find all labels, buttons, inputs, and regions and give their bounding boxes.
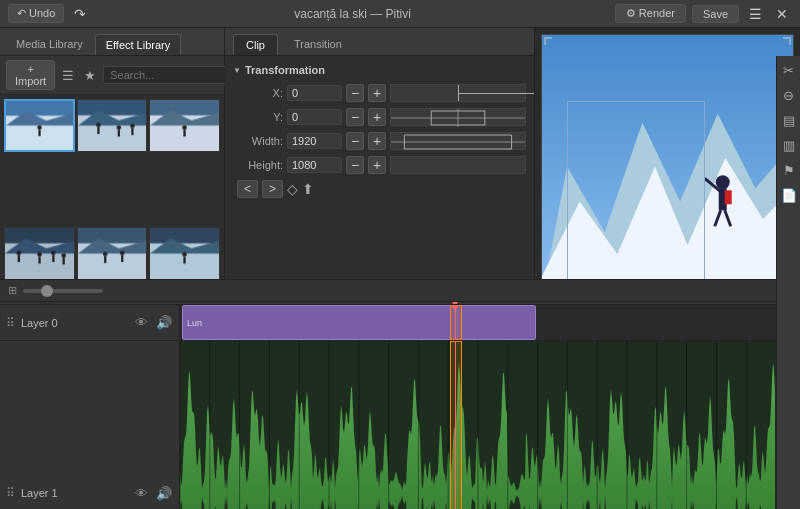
playhead-audio — [455, 341, 456, 509]
track-visibility-button[interactable]: 👁 — [134, 485, 149, 502]
tracks: ⠿ Layer 0 👁 🔊 Lun — [0, 305, 776, 509]
next-keyframe-button[interactable]: > — [262, 180, 283, 198]
tab-transition[interactable]: Transition — [282, 34, 354, 55]
height-graph — [390, 156, 526, 174]
prop-row-height: Height: − + — [233, 156, 526, 174]
track-layer1: ⠿ Layer 1 👁 🔊 — [0, 341, 776, 509]
file-tool[interactable]: 📄 — [778, 185, 800, 206]
flag-tool[interactable]: ⚑ — [778, 160, 800, 181]
media-thumb[interactable] — [4, 227, 75, 280]
track-mute-button[interactable]: 🔊 — [155, 314, 173, 331]
y-plus-button[interactable]: + — [368, 108, 386, 126]
media-thumb[interactable] — [77, 227, 148, 280]
library-toolbar: + Import ☰ ★ ✕ — [0, 56, 224, 95]
width-plus-button[interactable]: + — [368, 132, 386, 150]
media-thumb[interactable] — [149, 99, 220, 152]
width-graph — [390, 132, 526, 150]
close-button[interactable]: ✕ — [772, 4, 792, 24]
width-minus-button[interactable]: − — [346, 132, 364, 150]
height-label: Height: — [233, 159, 283, 171]
height-minus-button[interactable]: − — [346, 156, 364, 174]
zoom-bar: ⊞ — [0, 280, 776, 302]
bottom-area: ⊞ 05:50 06:00 06:10 06:20 06:30 06:40 06… — [0, 279, 776, 509]
keyframe-add-icon[interactable]: ◇ — [287, 181, 298, 197]
tab-effect-library[interactable]: Effect Library — [95, 34, 182, 55]
prop-row-x: X: − + — [233, 84, 526, 102]
main-content: Media Library Effect Library + Import ☰ … — [0, 28, 800, 509]
zoom-thumb — [41, 285, 53, 297]
track-header-layer0: ⠿ Layer 0 👁 🔊 — [0, 305, 180, 340]
x-plus-button[interactable]: + — [368, 84, 386, 102]
right-toolbar: ✂ ⊖ ▤ ▥ ⚑ 📄 — [776, 56, 800, 509]
clip-label: Lun — [187, 318, 202, 328]
track-mute-button[interactable]: 🔊 — [155, 485, 173, 502]
playhead — [455, 305, 456, 340]
track-header-layer1: ⠿ Layer 1 👁 🔊 — [0, 341, 180, 509]
width-label: Width: — [233, 135, 283, 147]
undo-button[interactable]: ↶ Undo — [8, 4, 64, 23]
tab-media-library[interactable]: Media Library — [6, 34, 93, 55]
zoom-slider[interactable] — [23, 289, 103, 293]
redo-button[interactable]: ↷ — [70, 4, 90, 24]
titlebar-right: ⚙ Render Save ☰ ✕ — [615, 4, 792, 24]
y-input[interactable] — [287, 109, 342, 125]
track-content-layer0[interactable]: Lun — [180, 305, 776, 340]
titlebar: ↶ Undo ↷ vacanță la ski — Pitivi ⚙ Rende… — [0, 0, 800, 28]
x-graph — [390, 84, 526, 102]
track-content-layer1[interactable] — [180, 341, 776, 509]
tab-clip[interactable]: Clip — [233, 34, 278, 55]
keyframe-nav: < > ◇ ⬆ — [233, 180, 526, 198]
x-minus-button[interactable]: − — [346, 84, 364, 102]
media-thumb[interactable] — [4, 99, 75, 152]
width-input[interactable] — [287, 133, 342, 149]
corner-tr — [783, 37, 791, 45]
waveform-canvas — [180, 341, 776, 509]
height-plus-button[interactable]: + — [368, 156, 386, 174]
media-thumb[interactable] — [77, 99, 148, 152]
track-name-layer0: Layer 0 — [21, 317, 128, 329]
filter-icon[interactable]: ☰ — [59, 66, 77, 85]
y-minus-button[interactable]: − — [346, 108, 364, 126]
x-label: X: — [233, 87, 283, 99]
media-thumb[interactable] — [149, 227, 220, 280]
transform-toggle[interactable]: ▼ — [233, 66, 241, 75]
ripple-tool[interactable]: ⊖ — [778, 85, 800, 106]
star-icon[interactable]: ★ — [81, 66, 99, 85]
scissors-tool[interactable]: ✂ — [778, 60, 800, 81]
prev-keyframe-button[interactable]: < — [237, 180, 258, 198]
y-graph — [390, 108, 526, 126]
clip-tabs: Clip Transition — [225, 28, 534, 56]
grid-tool[interactable]: ▤ — [778, 110, 800, 131]
titlebar-title: vacanță la ski — Pitivi — [90, 7, 614, 21]
render-button[interactable]: ⚙ Render — [615, 4, 686, 23]
track-name-layer1: Layer 1 — [21, 487, 128, 499]
import-button[interactable]: + Import — [6, 60, 55, 90]
keyframe-upload-icon[interactable]: ⬆ — [302, 181, 314, 197]
stack-tool[interactable]: ▥ — [778, 135, 800, 156]
library-tabs: Media Library Effect Library — [0, 28, 224, 56]
menu-button[interactable]: ☰ — [745, 4, 766, 24]
track-visibility-button[interactable]: 👁 — [134, 314, 149, 331]
y-label: Y: — [233, 111, 283, 123]
prop-row-width: Width: − + — [233, 132, 526, 150]
titlebar-left: ↶ Undo ↷ — [8, 4, 90, 24]
timeline-container: ⊞ 05:50 06:00 06:10 06:20 06:30 06:40 06… — [0, 280, 776, 509]
save-button[interactable]: Save — [692, 5, 739, 23]
transform-label: Transformation — [245, 64, 325, 76]
zoom-icon: ⊞ — [8, 284, 17, 297]
corner-tl — [544, 37, 552, 45]
prop-row-y: Y: − + — [233, 108, 526, 126]
height-input[interactable] — [287, 157, 342, 173]
x-input[interactable] — [287, 85, 342, 101]
track-drag-handle[interactable]: ⠿ — [6, 486, 15, 500]
track-layer0: ⠿ Layer 0 👁 🔊 Lun — [0, 305, 776, 341]
track-drag-handle[interactable]: ⠿ — [6, 316, 15, 330]
video-clip[interactable]: Lun — [182, 305, 536, 340]
